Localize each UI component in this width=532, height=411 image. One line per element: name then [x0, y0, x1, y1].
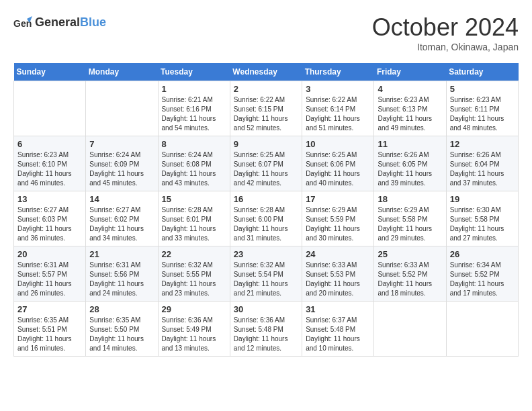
- day-number: 10: [306, 139, 370, 149]
- weekday-header-thursday: Thursday: [302, 63, 374, 81]
- calendar-day-22: 22Sunrise: 6:32 AM Sunset: 5:55 PM Dayli…: [158, 246, 230, 302]
- weekday-header-wednesday: Wednesday: [230, 63, 302, 81]
- day-info: Sunrise: 6:26 AM Sunset: 6:04 PM Dayligh…: [450, 150, 515, 188]
- day-number: 22: [162, 249, 226, 259]
- month-title: October 2024: [372, 13, 519, 42]
- day-info: Sunrise: 6:28 AM Sunset: 6:01 PM Dayligh…: [162, 205, 226, 243]
- day-number: 8: [162, 139, 226, 149]
- day-number: 18: [378, 194, 442, 204]
- day-info: Sunrise: 6:23 AM Sunset: 6:10 PM Dayligh…: [17, 150, 82, 188]
- calendar-day-18: 18Sunrise: 6:29 AM Sunset: 5:58 PM Dayli…: [374, 191, 446, 246]
- weekday-header-saturday: Saturday: [446, 63, 518, 81]
- calendar-day-13: 13Sunrise: 6:27 AM Sunset: 6:03 PM Dayli…: [14, 191, 86, 246]
- calendar-day-3: 3Sunrise: 6:22 AM Sunset: 6:14 PM Daylig…: [302, 81, 374, 136]
- day-number: 11: [378, 139, 442, 149]
- day-number: 12: [450, 139, 515, 149]
- day-number: 9: [234, 139, 298, 149]
- weekday-header-tuesday: Tuesday: [158, 63, 230, 81]
- day-number: 23: [234, 249, 298, 259]
- calendar-day-17: 17Sunrise: 6:29 AM Sunset: 5:59 PM Dayli…: [302, 191, 374, 246]
- day-number: 2: [234, 84, 298, 94]
- calendar-day-4: 4Sunrise: 6:23 AM Sunset: 6:13 PM Daylig…: [374, 81, 446, 136]
- calendar-day-10: 10Sunrise: 6:25 AM Sunset: 6:06 PM Dayli…: [302, 136, 374, 191]
- day-info: Sunrise: 6:31 AM Sunset: 5:56 PM Dayligh…: [89, 261, 154, 298]
- calendar-day-9: 9Sunrise: 6:25 AM Sunset: 6:07 PM Daylig…: [230, 136, 302, 191]
- day-number: 30: [234, 304, 298, 314]
- day-number: 3: [306, 84, 370, 94]
- day-number: 20: [17, 249, 82, 259]
- day-number: 17: [306, 194, 370, 204]
- calendar-week-4: 20Sunrise: 6:31 AM Sunset: 5:57 PM Dayli…: [14, 246, 519, 302]
- calendar-day-15: 15Sunrise: 6:28 AM Sunset: 6:01 PM Dayli…: [158, 191, 230, 246]
- day-info: Sunrise: 6:25 AM Sunset: 6:06 PM Dayligh…: [306, 150, 370, 188]
- day-info: Sunrise: 6:36 AM Sunset: 5:49 PM Dayligh…: [162, 316, 226, 353]
- day-number: 24: [306, 249, 370, 259]
- logo-icon: General: [13, 13, 32, 32]
- calendar-day-30: 30Sunrise: 6:36 AM Sunset: 5:48 PM Dayli…: [230, 302, 302, 357]
- day-number: 1: [162, 84, 226, 94]
- day-number: 27: [17, 304, 82, 314]
- calendar-day-12: 12Sunrise: 6:26 AM Sunset: 6:04 PM Dayli…: [446, 136, 518, 191]
- calendar-day-empty: [446, 302, 518, 357]
- calendar-day-23: 23Sunrise: 6:32 AM Sunset: 5:54 PM Dayli…: [230, 246, 302, 302]
- day-number: 4: [378, 84, 442, 94]
- day-info: Sunrise: 6:37 AM Sunset: 5:48 PM Dayligh…: [306, 316, 370, 353]
- calendar-day-5: 5Sunrise: 6:23 AM Sunset: 6:11 PM Daylig…: [446, 81, 518, 136]
- day-number: 15: [162, 194, 226, 204]
- day-info: Sunrise: 6:21 AM Sunset: 6:16 PM Dayligh…: [162, 95, 226, 133]
- page-header: General GeneralBlue October 2024 Itoman,…: [13, 13, 519, 52]
- day-number: 31: [306, 304, 370, 314]
- location: Itoman, Okinawa, Japan: [372, 42, 519, 52]
- day-info: Sunrise: 6:30 AM Sunset: 5:58 PM Dayligh…: [450, 205, 515, 243]
- weekday-header-row: SundayMondayTuesdayWednesdayThursdayFrid…: [14, 63, 519, 81]
- day-info: Sunrise: 6:23 AM Sunset: 6:13 PM Dayligh…: [378, 95, 442, 133]
- logo: General GeneralBlue: [13, 13, 106, 32]
- logo-text: GeneralBlue: [35, 16, 106, 30]
- calendar-day-16: 16Sunrise: 6:28 AM Sunset: 6:00 PM Dayli…: [230, 191, 302, 246]
- day-info: Sunrise: 6:35 AM Sunset: 5:51 PM Dayligh…: [17, 316, 82, 353]
- day-info: Sunrise: 6:33 AM Sunset: 5:53 PM Dayligh…: [306, 261, 370, 298]
- day-info: Sunrise: 6:23 AM Sunset: 6:11 PM Dayligh…: [450, 95, 515, 133]
- calendar-week-5: 27Sunrise: 6:35 AM Sunset: 5:51 PM Dayli…: [14, 302, 519, 357]
- day-info: Sunrise: 6:29 AM Sunset: 5:58 PM Dayligh…: [378, 205, 442, 243]
- calendar-day-28: 28Sunrise: 6:35 AM Sunset: 5:50 PM Dayli…: [86, 302, 158, 357]
- calendar-day-6: 6Sunrise: 6:23 AM Sunset: 6:10 PM Daylig…: [14, 136, 86, 191]
- weekday-header-friday: Friday: [374, 63, 446, 81]
- day-number: 14: [89, 194, 154, 204]
- calendar-day-25: 25Sunrise: 6:33 AM Sunset: 5:52 PM Dayli…: [374, 246, 446, 302]
- day-info: Sunrise: 6:27 AM Sunset: 6:03 PM Dayligh…: [17, 205, 82, 243]
- calendar-day-19: 19Sunrise: 6:30 AM Sunset: 5:58 PM Dayli…: [446, 191, 518, 246]
- day-info: Sunrise: 6:27 AM Sunset: 6:02 PM Dayligh…: [89, 205, 154, 243]
- calendar-week-3: 13Sunrise: 6:27 AM Sunset: 6:03 PM Dayli…: [14, 191, 519, 246]
- calendar-day-31: 31Sunrise: 6:37 AM Sunset: 5:48 PM Dayli…: [302, 302, 374, 357]
- calendar-day-empty: [14, 81, 86, 136]
- calendar-day-1: 1Sunrise: 6:21 AM Sunset: 6:16 PM Daylig…: [158, 81, 230, 136]
- calendar-day-empty: [86, 81, 158, 136]
- day-info: Sunrise: 6:32 AM Sunset: 5:55 PM Dayligh…: [162, 261, 226, 298]
- day-number: 19: [450, 194, 515, 204]
- calendar-day-29: 29Sunrise: 6:36 AM Sunset: 5:49 PM Dayli…: [158, 302, 230, 357]
- day-number: 21: [89, 249, 154, 259]
- day-info: Sunrise: 6:34 AM Sunset: 5:52 PM Dayligh…: [450, 261, 515, 298]
- day-info: Sunrise: 6:22 AM Sunset: 6:15 PM Dayligh…: [234, 95, 298, 133]
- calendar-day-8: 8Sunrise: 6:24 AM Sunset: 6:08 PM Daylig…: [158, 136, 230, 191]
- day-info: Sunrise: 6:32 AM Sunset: 5:54 PM Dayligh…: [234, 261, 298, 298]
- calendar-day-7: 7Sunrise: 6:24 AM Sunset: 6:09 PM Daylig…: [86, 136, 158, 191]
- day-number: 25: [378, 249, 442, 259]
- calendar-table: SundayMondayTuesdayWednesdayThursdayFrid…: [13, 63, 519, 357]
- title-area: October 2024 Itoman, Okinawa, Japan: [372, 13, 519, 52]
- day-number: 6: [17, 139, 82, 149]
- day-info: Sunrise: 6:22 AM Sunset: 6:14 PM Dayligh…: [306, 95, 370, 133]
- day-info: Sunrise: 6:26 AM Sunset: 6:05 PM Dayligh…: [378, 150, 442, 188]
- calendar-day-empty: [374, 302, 446, 357]
- calendar-day-24: 24Sunrise: 6:33 AM Sunset: 5:53 PM Dayli…: [302, 246, 374, 302]
- calendar-day-11: 11Sunrise: 6:26 AM Sunset: 6:05 PM Dayli…: [374, 136, 446, 191]
- day-info: Sunrise: 6:24 AM Sunset: 6:09 PM Dayligh…: [89, 150, 154, 188]
- day-number: 5: [450, 84, 515, 94]
- calendar-day-2: 2Sunrise: 6:22 AM Sunset: 6:15 PM Daylig…: [230, 81, 302, 136]
- calendar-week-2: 6Sunrise: 6:23 AM Sunset: 6:10 PM Daylig…: [14, 136, 519, 191]
- day-info: Sunrise: 6:24 AM Sunset: 6:08 PM Dayligh…: [162, 150, 226, 188]
- day-number: 26: [450, 249, 515, 259]
- day-info: Sunrise: 6:33 AM Sunset: 5:52 PM Dayligh…: [378, 261, 442, 298]
- day-info: Sunrise: 6:29 AM Sunset: 5:59 PM Dayligh…: [306, 205, 370, 243]
